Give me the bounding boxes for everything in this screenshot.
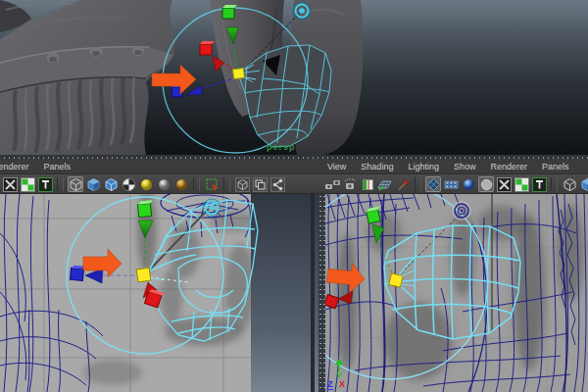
texture-checker-icon[interactable] — [496, 176, 512, 192]
all-lights-icon[interactable] — [173, 176, 189, 192]
axis-x-label: X — [339, 380, 345, 389]
pick-axe-icon[interactable] — [395, 176, 411, 192]
gizmo-center-handle[interactable] — [136, 268, 151, 282]
viewport-persp[interactable]: persp — [0, 0, 588, 155]
textured-sphere-icon[interactable] — [121, 176, 136, 192]
menu-panels[interactable]: Panels — [44, 162, 72, 172]
text-tool-icon[interactable] — [37, 176, 53, 192]
share-view-icon[interactable] — [270, 176, 285, 192]
toolbar-separator — [193, 177, 200, 191]
left-panel-toolbar — [2, 175, 285, 193]
isolate-select-icon[interactable] — [234, 176, 250, 192]
maya-window: persp Renderer Panels View Shading Light… — [0, 0, 588, 392]
viewport-camera-label: persp — [267, 142, 296, 152]
menu-renderer[interactable]: Renderer — [0, 162, 29, 172]
shaded-cube-icon[interactable] — [579, 176, 588, 192]
stereo-camera-icon[interactable] — [324, 176, 340, 192]
shaded-sphere-icon[interactable] — [461, 176, 476, 192]
film-gate-icon[interactable] — [425, 176, 441, 192]
toolbar-separator — [415, 177, 421, 191]
text-tool-icon[interactable] — [531, 176, 547, 192]
panel-divider-vertical[interactable] — [318, 194, 325, 392]
panel-toolbars — [0, 174, 588, 194]
book-icon[interactable] — [360, 176, 375, 192]
right-panel-menubar: View Shading Lighting Show Renderer Pane… — [327, 159, 569, 174]
camera-track-icon[interactable] — [342, 176, 358, 192]
right-panel-toolbar — [324, 175, 588, 193]
wireframe-cube-icon[interactable] — [562, 176, 577, 192]
viewport-front-shaded[interactable] — [0, 194, 318, 392]
camera-poi-icon[interactable] — [203, 199, 220, 217]
camera-poi-icon[interactable] — [453, 202, 470, 220]
menu-panels[interactable]: Panels — [542, 162, 569, 172]
gizmo-center-handle[interactable] — [233, 69, 245, 79]
persp-scene — [0, 0, 588, 155]
viewport-front-wireframe[interactable]: Y Z X — [325, 194, 588, 392]
selection-highlight-icon[interactable] — [204, 176, 220, 192]
menu-renderer[interactable]: Renderer — [490, 162, 527, 172]
shaded-wireframe-cube-icon[interactable] — [103, 176, 119, 192]
bottom-viewports: Y Z X — [0, 194, 588, 392]
layout-two-icon[interactable] — [252, 176, 268, 192]
flat-circle-icon[interactable] — [478, 176, 494, 192]
menu-show[interactable]: Show — [454, 162, 476, 172]
wireframe-cube-icon[interactable] — [68, 176, 83, 192]
menu-view[interactable]: View — [327, 162, 346, 172]
menu-shading[interactable]: Shading — [361, 162, 393, 172]
plane-edge — [251, 194, 318, 392]
axis-z-label: Z — [327, 380, 333, 390]
shaded-cube-icon[interactable] — [85, 176, 101, 192]
left-panel-menubar: Renderer Panels — [0, 159, 71, 174]
toolbar-separator — [551, 177, 558, 191]
green-checker-icon[interactable] — [20, 176, 35, 192]
grid-plane-icon[interactable] — [377, 176, 393, 192]
green-checker-icon[interactable] — [514, 176, 529, 192]
texture-checker-icon[interactable] — [2, 176, 18, 192]
camera-poi-icon[interactable] — [293, 2, 311, 20]
toolbar-separator — [57, 177, 64, 191]
resolution-gate-icon[interactable] — [443, 176, 459, 192]
gizmo-center-handle[interactable] — [389, 273, 403, 287]
panel-menubars: Renderer Panels View Shading Lighting Sh… — [0, 159, 588, 174]
toolbar-separator — [223, 177, 230, 191]
default-light-icon[interactable] — [138, 176, 154, 192]
no-lights-icon[interactable] — [156, 176, 172, 192]
menu-lighting[interactable]: Lighting — [408, 162, 439, 172]
